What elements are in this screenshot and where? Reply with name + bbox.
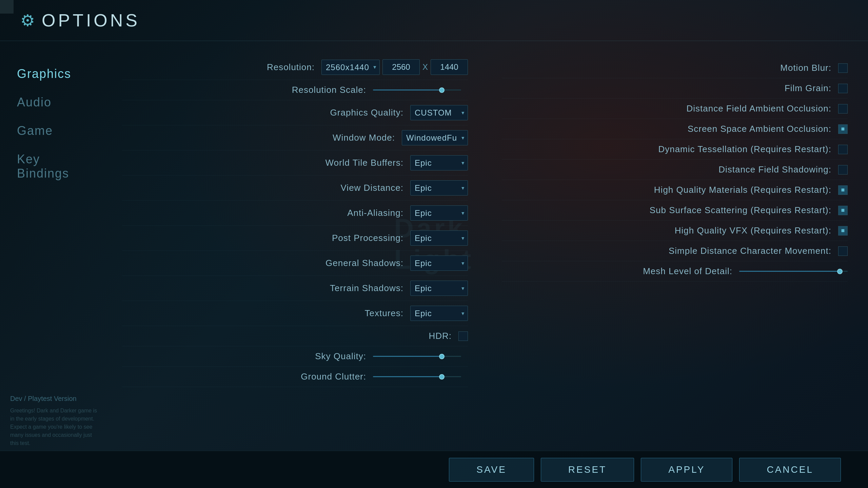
graphics-quality-dropdown-wrapper: Low Medium High Epic CUSTOM [410,105,468,120]
hdr-row: HDR: [122,326,468,346]
bottom-bar: SAVE RESET APPLY CANCEL [0,451,868,488]
anti-aliasing-dropdown[interactable]: LowMediumHighEpic [410,205,468,221]
resolution-dropdown[interactable]: 868x488 1920x1080 1280x720 [321,60,380,75]
resolution-label: Resolution: [267,62,315,73]
resolution-width-input[interactable] [382,59,420,75]
cancel-button[interactable]: CANCEL [739,458,841,482]
window-mode-dropdown[interactable]: Windowed WindowedFu Fullscreen [402,130,468,145]
post-processing-row: Post Processing: LowMediumHighEpic [122,226,468,251]
view-distance-row: View Distance: LowMediumHighEpic [122,176,468,201]
terrain-shadows-dropdown[interactable]: LowMediumHighEpic [410,281,468,296]
textures-label: Textures: [365,308,404,319]
hq-vfx-label: High Quality VFX (Requires Restart): [675,225,831,236]
resolution-x-separator: X [422,62,428,72]
world-tile-buffers-label: World Tile Buffers: [326,158,403,168]
header: ⚙ OPTIONS [0,0,868,41]
main-layout: Graphics Audio Game Key Bindings Resolut… [0,41,868,475]
textures-dropdown-wrapper: LowMediumHighEpic [410,306,468,321]
sdcm-label: Simple Distance Character Movement: [669,246,831,256]
mesh-lod-slider-wrapper [739,271,848,272]
sdcm-checkbox[interactable] [838,246,848,256]
settings-right-column: Motion Blur: Film Grain: Distance Field … [502,55,848,387]
ground-clutter-label: Ground Clutter: [301,371,366,382]
sky-quality-row: Sky Quality: [122,346,468,367]
sky-quality-slider-wrapper [373,356,468,357]
ssao-row: Screen Space Ambient Occlusion: [502,119,848,139]
window-mode-label: Window Mode: [333,133,395,143]
dev-version: Dev / Playtest Version Greetings! Dark a… [10,393,98,447]
resolution-dropdown-wrapper: 868x488 1920x1080 1280x720 [321,60,380,75]
dev-version-title: Dev / Playtest Version [10,393,98,404]
textures-dropdown[interactable]: LowMediumHighEpic [410,306,468,321]
settings-area: Resolution: 868x488 1920x1080 1280x720… [102,41,868,475]
hq-vfx-checkbox[interactable] [838,226,848,236]
sss-label: Sub Surface Scattering (Requires Restart… [650,205,831,216]
anti-aliasing-row: Anti-Aliasing: LowMediumHighEpic [122,201,468,226]
terrain-shadows-dropdown-wrapper: LowMediumHighEpic [410,281,468,296]
graphics-quality-dropdown[interactable]: Low Medium High Epic CUSTOM [410,105,468,120]
film-grain-row: Film Grain: [502,78,848,99]
sss-checkbox[interactable] [838,206,848,215]
post-processing-dropdown-wrapper: LowMediumHighEpic [410,230,468,246]
sidebar-item-game[interactable]: Game [14,118,88,143]
resolution-scale-slider[interactable] [373,89,461,90]
resolution-height-input[interactable] [431,59,468,75]
general-shadows-dropdown[interactable]: LowMediumHighEpic [410,256,468,271]
world-tile-buffers-dropdown-wrapper: LowMediumHighEpic [410,155,468,170]
df-shadow-checkbox[interactable] [838,165,848,175]
dynamic-tess-checkbox[interactable] [838,145,848,154]
dfao-row: Distance Field Ambient Occlusion: [502,99,848,119]
ssao-label: Screen Space Ambient Occlusion: [688,124,831,134]
hq-materials-checkbox[interactable] [838,185,848,195]
hq-materials-row: High Quality Materials (Requires Restart… [502,180,848,200]
anti-aliasing-dropdown-wrapper: LowMediumHighEpic [410,205,468,221]
resolution-scale-slider-wrapper [373,89,468,90]
dfao-label: Distance Field Ambient Occlusion: [686,103,831,114]
sidebar-item-keybindings[interactable]: Key Bindings [14,147,88,186]
general-shadows-label: General Shadows: [326,258,403,268]
options-gear-icon: ⚙ [20,11,35,30]
hdr-checkbox[interactable] [458,331,468,341]
textures-row: Textures: LowMediumHighEpic [122,301,468,326]
motion-blur-label: Motion Blur: [780,63,831,73]
post-processing-label: Post Processing: [332,233,403,243]
mesh-lod-label: Mesh Level of Detail: [643,266,732,277]
sky-quality-label: Sky Quality: [315,351,366,362]
resolution-inputs: 868x488 1920x1080 1280x720 X [321,59,468,75]
settings-left-column: Resolution: 868x488 1920x1080 1280x720… [122,55,468,387]
terrain-shadows-label: Terrain Shadows: [330,283,403,293]
dev-version-description: Greetings! Dark and Darker game is in th… [10,407,98,447]
apply-button[interactable]: APPLY [641,458,732,482]
world-tile-buffers-dropdown[interactable]: LowMediumHighEpic [410,155,468,170]
ground-clutter-row: Ground Clutter: [122,367,468,387]
graphics-quality-label: Graphics Quality: [330,107,403,118]
post-processing-dropdown[interactable]: LowMediumHighEpic [410,230,468,246]
motion-blur-checkbox[interactable] [838,63,848,73]
view-distance-label: View Distance: [341,183,404,193]
df-shadow-row: Distance Field Shadowing: [502,160,848,180]
graphics-quality-row: Graphics Quality: Low Medium High Epic C… [122,100,468,125]
df-shadow-label: Distance Field Shadowing: [718,164,831,175]
resolution-scale-label: Resolution Scale: [292,85,366,95]
mesh-lod-slider[interactable] [739,271,848,272]
ground-clutter-slider[interactable] [373,376,461,377]
top-bar [0,0,14,14]
sss-row: Sub Surface Scattering (Requires Restart… [502,200,848,221]
motion-blur-row: Motion Blur: [502,58,848,78]
reset-button[interactable]: RESET [541,458,634,482]
mesh-lod-row: Mesh Level of Detail: [502,261,848,282]
sky-quality-slider[interactable] [373,356,461,357]
ssao-checkbox[interactable] [838,124,848,134]
sidebar-item-audio[interactable]: Audio [14,90,88,115]
dfao-checkbox[interactable] [838,104,848,114]
hdr-label: HDR: [429,331,452,341]
sidebar-item-graphics[interactable]: Graphics [14,61,88,86]
film-grain-label: Film Grain: [785,83,831,94]
resolution-row: Resolution: 868x488 1920x1080 1280x720… [122,55,468,80]
dynamic-tess-label: Dynamic Tessellation (Requires Restart): [658,144,831,155]
film-grain-checkbox[interactable] [838,84,848,93]
view-distance-dropdown[interactable]: LowMediumHighEpic [410,180,468,196]
save-button[interactable]: SAVE [449,458,534,482]
dynamic-tess-row: Dynamic Tessellation (Requires Restart): [502,139,848,160]
window-mode-dropdown-wrapper: Windowed WindowedFu Fullscreen [402,130,468,145]
